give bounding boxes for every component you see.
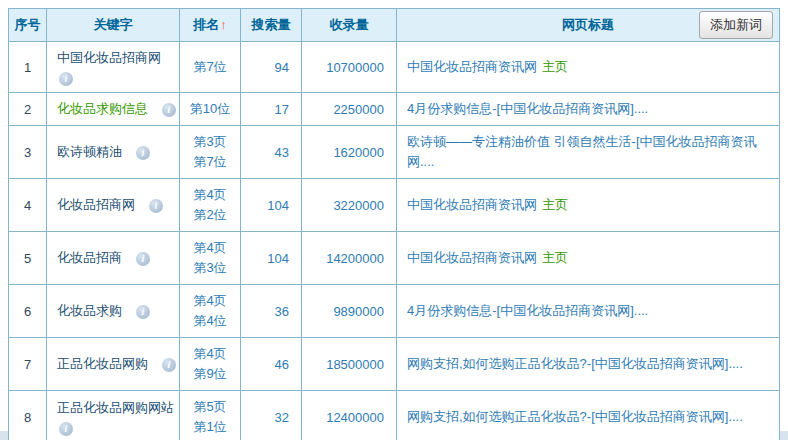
sort-ascending-icon[interactable]: ↑ xyxy=(220,17,227,32)
page-title-link[interactable]: 网购支招,如何选购正品化妆品?-[中国化妆品招商资讯网].... xyxy=(407,356,743,371)
rank-line-1: 第4页 xyxy=(180,291,240,311)
keyword-cell: 化妆品求购i xyxy=(47,285,180,338)
page-title-link[interactable]: 中国化妆品招商资讯网 xyxy=(407,59,537,74)
indexed-count: 18500000 xyxy=(302,338,397,391)
page-title-link[interactable]: 中国化妆品招商资讯网 xyxy=(407,250,537,265)
row-number: 4 xyxy=(9,179,47,232)
title-cell: 中国化妆品招商资讯网主页 xyxy=(397,232,780,285)
header-col-rank-label: 排名 xyxy=(193,17,219,32)
homepage-link[interactable]: 主页 xyxy=(542,197,568,212)
title-cell: 欧诗顿——专注精油价值 引领自然生活-[中国化妆品招商资讯网.... xyxy=(397,126,780,179)
search-volume: 46 xyxy=(241,338,302,391)
header-col-indexed-count: 收录量 xyxy=(302,9,397,42)
rank-cell: 第3页 第7位 xyxy=(180,126,241,179)
homepage-link[interactable]: 主页 xyxy=(542,250,568,265)
table-row: 8 正品化妆品网购网站i 第5页 第1位 32 12400000 网购支招,如何… xyxy=(9,391,780,440)
title-cell: 中国化妆品招商资讯网主页 xyxy=(397,179,780,232)
page-title-link[interactable]: 4月份求购信息-[中国化妆品招商资讯网].... xyxy=(407,303,648,318)
info-icon[interactable]: i xyxy=(59,72,73,86)
table-row: 7 正品化妆品网购i 第4页 第9位 46 18500000 网购支招,如何选购… xyxy=(9,338,780,391)
title-cell: 4月份求购信息-[中国化妆品招商资讯网].... xyxy=(397,93,780,126)
rank-line-1: 第4页 xyxy=(180,185,240,205)
table-body: 1 中国化妆品招商网i 第7位 94 10700000 中国化妆品招商资讯网主页… xyxy=(9,42,780,440)
page-title-link[interactable]: 网购支招,如何选购正品化妆品?-[中国化妆品招商资讯网].... xyxy=(407,409,743,424)
header-col-rank[interactable]: 排名↑ xyxy=(180,9,241,42)
indexed-count: 10700000 xyxy=(302,42,397,93)
keyword-cell: 正品化妆品网购i xyxy=(47,338,180,391)
indexed-count: 14200000 xyxy=(302,232,397,285)
indexed-count: 9890000 xyxy=(302,285,397,338)
page-title-link[interactable]: 4月份求购信息-[中国化妆品招商资讯网].... xyxy=(407,101,648,116)
info-icon[interactable]: i xyxy=(136,252,150,266)
rank-line-1: 第4页 xyxy=(180,344,240,364)
keyword-link[interactable]: 化妆品求购信息 xyxy=(57,101,148,116)
table-header: 序号 关键字 排名↑ 搜索量 收录量 网页标题 添加新词 xyxy=(9,9,780,42)
search-volume: 36 xyxy=(241,285,302,338)
keyword-cell: 化妆品招商网i xyxy=(47,179,180,232)
homepage-link[interactable]: 主页 xyxy=(542,59,568,74)
keyword-link[interactable]: 化妆品求购 xyxy=(57,303,122,318)
keyword-cell: 欧诗顿精油i xyxy=(47,126,180,179)
page-title-link[interactable]: 中国化妆品招商资讯网 xyxy=(407,197,537,212)
title-cell: 4月份求购信息-[中国化妆品招商资讯网].... xyxy=(397,285,780,338)
rank-line-1: 第3页 xyxy=(180,132,240,152)
row-number: 8 xyxy=(9,391,47,440)
keyword-rank-table: 序号 关键字 排名↑ 搜索量 收录量 网页标题 添加新词 1 中国化妆品招商网i… xyxy=(8,8,780,440)
rank-line-2: 第9位 xyxy=(180,364,240,384)
rank-line-1: 第10位 xyxy=(180,99,240,119)
table-row: 5 化妆品招商i 第4页 第3位 104 14200000 中国化妆品招商资讯网… xyxy=(9,232,780,285)
rank-line-2: 第7位 xyxy=(180,152,240,172)
title-cell: 网购支招,如何选购正品化妆品?-[中国化妆品招商资讯网].... xyxy=(397,391,780,440)
info-icon[interactable]: i xyxy=(162,103,176,117)
header-col-number: 序号 xyxy=(9,9,47,42)
rank-line-2: 第3位 xyxy=(180,258,240,278)
title-cell: 网购支招,如何选购正品化妆品?-[中国化妆品招商资讯网].... xyxy=(397,338,780,391)
table-row: 3 欧诗顿精油i 第3页 第7位 43 1620000 欧诗顿——专注精油价值 … xyxy=(9,126,780,179)
info-icon[interactable]: i xyxy=(136,305,150,319)
keyword-cell: 中国化妆品招商网i xyxy=(47,42,180,93)
keyword-link[interactable]: 化妆品招商 xyxy=(57,250,122,265)
rank-cell: 第4页 第4位 xyxy=(180,285,241,338)
rank-line-1: 第5页 xyxy=(180,397,240,417)
search-volume: 43 xyxy=(241,126,302,179)
info-icon[interactable]: i xyxy=(59,422,73,436)
keyword-link[interactable]: 中国化妆品招商网 xyxy=(57,50,161,65)
rank-cell: 第4页 第3位 xyxy=(180,232,241,285)
search-volume: 17 xyxy=(241,93,302,126)
keyword-link[interactable]: 欧诗顿精油 xyxy=(57,144,122,159)
search-volume: 104 xyxy=(241,179,302,232)
row-number: 6 xyxy=(9,285,47,338)
row-number: 7 xyxy=(9,338,47,391)
header-row: 序号 关键字 排名↑ 搜索量 收录量 网页标题 添加新词 xyxy=(9,9,780,42)
header-col-page-title-label: 网页标题 xyxy=(562,17,614,32)
rank-cell: 第7位 xyxy=(180,42,241,93)
table-row: 6 化妆品求购i 第4页 第4位 36 9890000 4月份求购信息-[中国化… xyxy=(9,285,780,338)
rank-line-2: 第4位 xyxy=(180,311,240,331)
indexed-count: 3220000 xyxy=(302,179,397,232)
info-icon[interactable]: i xyxy=(149,199,163,213)
row-number: 3 xyxy=(9,126,47,179)
search-volume: 94 xyxy=(241,42,302,93)
rank-line-2: 第2位 xyxy=(180,205,240,225)
header-col-search-volume: 搜索量 xyxy=(241,9,302,42)
keyword-cell: 化妆品求购信息i xyxy=(47,93,180,126)
keyword-link[interactable]: 化妆品招商网 xyxy=(57,197,135,212)
table-row: 1 中国化妆品招商网i 第7位 94 10700000 中国化妆品招商资讯网主页 xyxy=(9,42,780,93)
search-volume: 104 xyxy=(241,232,302,285)
page-title-link[interactable]: 欧诗顿——专注精油价值 引领自然生活-[中国化妆品招商资讯网.... xyxy=(407,134,757,169)
header-col-page-title: 网页标题 添加新词 xyxy=(397,9,780,42)
title-cell: 中国化妆品招商资讯网主页 xyxy=(397,42,780,93)
keyword-link[interactable]: 正品化妆品网购 xyxy=(57,356,148,371)
keyword-link[interactable]: 正品化妆品网购网站 xyxy=(57,400,174,415)
rank-cell: 第4页 第2位 xyxy=(180,179,241,232)
info-icon[interactable]: i xyxy=(136,146,150,160)
rank-cell: 第5页 第1位 xyxy=(180,391,241,440)
row-number: 2 xyxy=(9,93,47,126)
indexed-count: 2250000 xyxy=(302,93,397,126)
info-icon[interactable]: i xyxy=(162,358,176,372)
keyword-rank-page: 序号 关键字 排名↑ 搜索量 收录量 网页标题 添加新词 1 中国化妆品招商网i… xyxy=(0,0,788,440)
rank-line-1: 第4页 xyxy=(180,238,240,258)
row-number: 5 xyxy=(9,232,47,285)
rank-cell: 第4页 第9位 xyxy=(180,338,241,391)
add-keyword-button[interactable]: 添加新词 xyxy=(699,11,773,39)
